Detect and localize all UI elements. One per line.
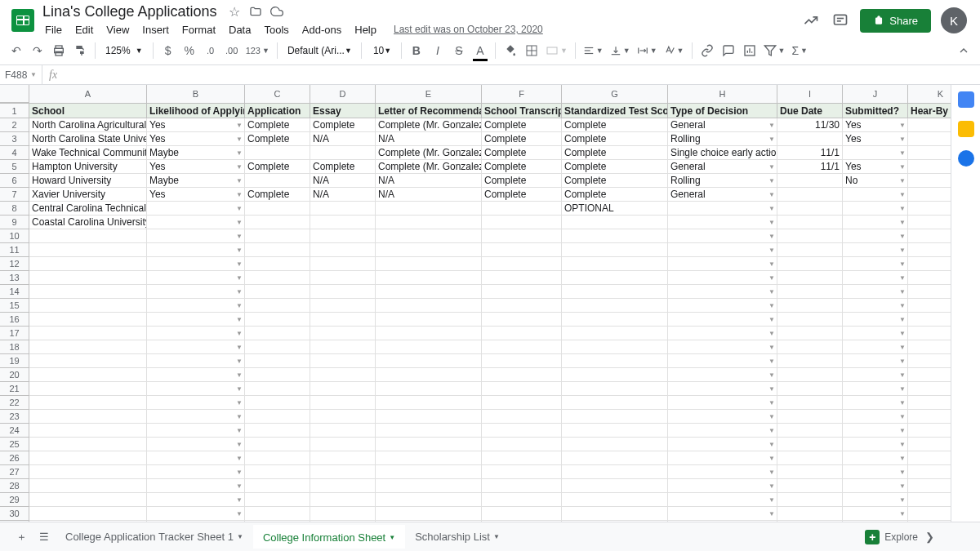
cell[interactable]: Complete — [310, 160, 376, 174]
column-header-C[interactable]: C — [245, 85, 310, 103]
dropdown-icon[interactable]: ▼ — [899, 316, 906, 323]
cell[interactable]: 11/1 — [777, 146, 843, 160]
cell[interactable] — [562, 229, 668, 243]
wrap-button[interactable]: ▼ — [635, 41, 660, 60]
dropdown-icon[interactable]: ▼ — [236, 191, 243, 198]
dropdown-icon[interactable]: ▼ — [236, 316, 243, 323]
cell[interactable] — [482, 396, 562, 410]
rotate-button[interactable]: ▼ — [662, 41, 687, 60]
dropdown-icon[interactable]: ▼ — [899, 122, 906, 129]
cell[interactable] — [376, 521, 482, 522]
cell[interactable] — [482, 410, 562, 424]
cell[interactable] — [245, 451, 310, 465]
cell[interactable]: ▼ — [843, 285, 908, 299]
cell[interactable]: Xavier University — [29, 188, 147, 202]
keep-addon-icon[interactable] — [958, 121, 974, 137]
dropdown-icon[interactable]: ▼ — [768, 330, 775, 337]
cell[interactable]: ▼ — [668, 257, 777, 271]
cell[interactable] — [777, 299, 843, 313]
cell[interactable] — [376, 493, 482, 507]
cell[interactable] — [908, 410, 951, 424]
cell[interactable]: Wake Technical Community C — [29, 146, 147, 160]
row-header-6[interactable]: 6 — [0, 174, 29, 188]
cell[interactable] — [777, 257, 843, 271]
cell[interactable] — [562, 410, 668, 424]
cell[interactable]: ▼ — [147, 313, 245, 327]
dropdown-icon[interactable]: ▼ — [236, 358, 243, 365]
row-header-26[interactable]: 26 — [0, 451, 29, 465]
name-box[interactable]: F488▼ — [0, 65, 42, 84]
dropdown-icon[interactable]: ▼ — [236, 247, 243, 254]
row-header-17[interactable]: 17 — [0, 327, 29, 340]
cell[interactable] — [777, 271, 843, 285]
row-header-25[interactable]: 25 — [0, 438, 29, 451]
cell[interactable]: ▼ — [668, 507, 777, 521]
cell[interactable]: Yes▼ — [843, 118, 908, 132]
dropdown-icon[interactable]: ▼ — [768, 496, 775, 504]
comment-history-icon[interactable] — [831, 11, 850, 30]
cell[interactable] — [562, 382, 668, 396]
cell[interactable]: Howard University — [29, 174, 147, 188]
row-header-10[interactable]: 10 — [0, 229, 29, 243]
cell[interactable]: Complete — [245, 188, 310, 202]
cell[interactable] — [908, 313, 951, 327]
cell[interactable] — [245, 216, 310, 229]
cell[interactable]: ▼ — [668, 465, 777, 479]
cell[interactable]: ▼ — [843, 521, 908, 522]
cell[interactable] — [908, 188, 951, 202]
cell[interactable]: Complete — [245, 118, 310, 132]
cell[interactable] — [310, 521, 376, 522]
cell[interactable] — [376, 327, 482, 340]
cell[interactable] — [245, 327, 310, 340]
row-header-19[interactable]: 19 — [0, 354, 29, 368]
cell[interactable]: Complete (Mr. Gonzalez) — [376, 118, 482, 132]
font-size-dropdown[interactable]: 10▼ — [367, 45, 396, 56]
cell[interactable] — [482, 354, 562, 368]
dropdown-icon[interactable]: ▼ — [768, 510, 775, 518]
dropdown-icon[interactable]: ▼ — [236, 136, 243, 143]
h-align-button[interactable]: ▼ — [581, 41, 606, 60]
dropdown-icon[interactable]: ▼ — [899, 233, 906, 240]
cell[interactable]: ▼ — [843, 438, 908, 451]
cell[interactable]: ▼ — [668, 396, 777, 410]
cell[interactable] — [777, 132, 843, 146]
row-header-1[interactable]: 1 — [0, 104, 29, 118]
cell[interactable]: ▼ — [668, 382, 777, 396]
cell[interactable]: ▼ — [843, 243, 908, 257]
spreadsheet-grid[interactable]: ABCDEFGHIJK 1SchoolLikelihood of Applyin… — [0, 85, 951, 522]
row-header-23[interactable]: 23 — [0, 410, 29, 424]
cell[interactable] — [482, 313, 562, 327]
cell[interactable] — [245, 493, 310, 507]
cell[interactable] — [482, 327, 562, 340]
cell[interactable]: ▼ — [843, 202, 908, 216]
cell[interactable] — [777, 424, 843, 438]
cell[interactable]: North Carolina State University — [29, 132, 147, 146]
menu-file[interactable]: File — [39, 22, 68, 38]
cell[interactable]: Complete — [482, 174, 562, 188]
decrease-decimal-button[interactable]: .0 — [201, 41, 220, 60]
cell[interactable] — [777, 507, 843, 521]
cell[interactable] — [29, 382, 147, 396]
cell[interactable]: School Transcript — [482, 104, 562, 118]
cell[interactable] — [908, 451, 951, 465]
cell[interactable]: ▼ — [668, 313, 777, 327]
cell[interactable] — [908, 299, 951, 313]
row-header-27[interactable]: 27 — [0, 465, 29, 479]
bold-button[interactable]: B — [407, 41, 426, 60]
dropdown-icon[interactable]: ▼ — [236, 149, 243, 157]
cell[interactable] — [908, 438, 951, 451]
cell[interactable]: Yes▼ — [147, 160, 245, 174]
cell[interactable] — [310, 340, 376, 354]
dropdown-icon[interactable]: ▼ — [236, 371, 243, 379]
column-header-J[interactable]: J — [843, 85, 908, 103]
cell[interactable] — [482, 202, 562, 216]
cell[interactable]: ▼ — [147, 327, 245, 340]
dropdown-icon[interactable]: ▼ — [899, 247, 906, 254]
cell[interactable]: ▼ — [147, 507, 245, 521]
cell[interactable]: Yes▼ — [147, 188, 245, 202]
cell[interactable] — [908, 229, 951, 243]
cell[interactable] — [310, 327, 376, 340]
cell[interactable]: ▼ — [668, 340, 777, 354]
cell[interactable] — [777, 479, 843, 493]
dropdown-icon[interactable]: ▼ — [236, 288, 243, 295]
